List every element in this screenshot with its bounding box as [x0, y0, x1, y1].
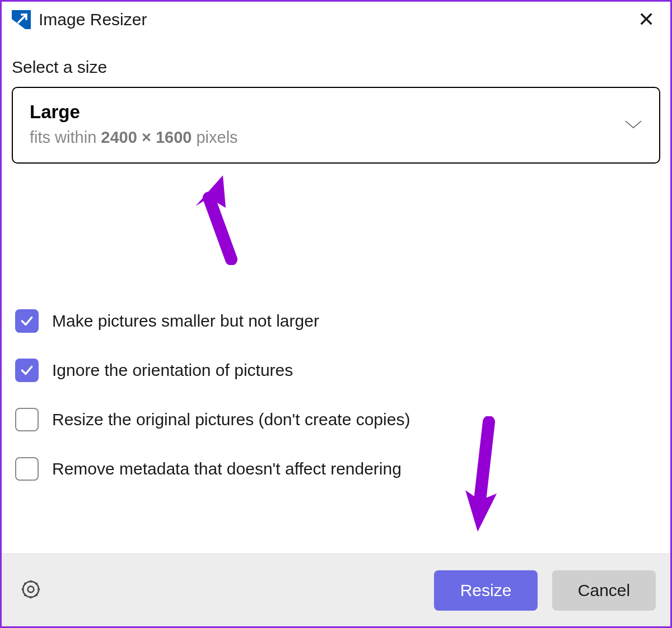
- close-icon: ✕: [638, 8, 655, 31]
- resize-button[interactable]: Resize: [434, 570, 538, 611]
- titlebar: Image Resizer ✕: [2, 2, 670, 38]
- option-resize-original: Resize the original pictures (don't crea…: [15, 408, 660, 431]
- size-info: Large fits within 2400 × 1600 pixels: [30, 101, 238, 147]
- close-button[interactable]: ✕: [633, 10, 659, 30]
- app-icon: [12, 10, 31, 29]
- svg-point-2: [28, 587, 34, 593]
- gear-icon: [20, 578, 42, 601]
- svg-marker-5: [465, 490, 497, 532]
- window-title: Image Resizer: [39, 10, 626, 29]
- svg-point-3: [23, 582, 39, 597]
- check-icon: [20, 363, 34, 378]
- checkbox-label: Resize the original pictures (don't crea…: [52, 410, 410, 429]
- chevron-down-icon: [624, 119, 642, 130]
- option-remove-metadata: Remove metadata that doesn't affect rend…: [15, 457, 660, 481]
- checkbox-smaller-not-larger[interactable]: [15, 309, 39, 333]
- settings-button[interactable]: [16, 575, 45, 606]
- cancel-button[interactable]: Cancel: [552, 570, 656, 611]
- footer-bar: Resize Cancel: [2, 553, 670, 626]
- option-smaller-not-larger: Make pictures smaller but not larger: [15, 309, 660, 333]
- check-icon: [20, 314, 34, 328]
- checkbox-resize-original[interactable]: [15, 408, 39, 431]
- select-size-label: Select a size: [12, 58, 660, 77]
- checkbox-label: Make pictures smaller but not larger: [52, 311, 319, 331]
- checkbox-label: Ignore the orientation of pictures: [52, 361, 293, 380]
- checkbox-remove-metadata[interactable]: [15, 457, 39, 481]
- size-dropdown[interactable]: Large fits within 2400 × 1600 pixels: [12, 87, 660, 164]
- size-name: Large: [30, 101, 238, 123]
- checkbox-ignore-orientation[interactable]: [15, 359, 39, 382]
- options-list: Make pictures smaller but not larger Ign…: [12, 309, 660, 481]
- option-ignore-orientation: Ignore the orientation of pictures: [15, 359, 660, 382]
- content-area: Select a size Large fits within 2400 × 1…: [2, 38, 670, 481]
- checkbox-label: Remove metadata that doesn't affect rend…: [52, 459, 402, 478]
- size-description: fits within 2400 × 1600 pixels: [30, 128, 238, 147]
